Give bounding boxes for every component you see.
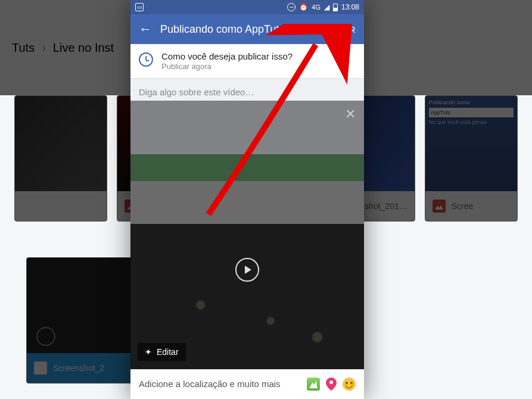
thumb-user: AppTuts: [429, 108, 514, 117]
card-label: Scree: [452, 201, 474, 211]
app-bar: ← Publicando como AppTuts PUBLICAR: [130, 14, 364, 44]
alarm-icon: ⏰: [299, 3, 308, 11]
location-pin-icon[interactable]: [326, 378, 337, 391]
placeholder-card: [14, 95, 107, 222]
android-statusbar: ▭ − ⏰ 4G ◢ 13:08: [130, 0, 364, 14]
clock-text: 13:08: [341, 3, 359, 11]
schedule-question: Como você deseja publicar isso?: [161, 51, 293, 61]
back-button[interactable]: ←: [139, 21, 152, 37]
breadcrumb-part: Live no Inst: [53, 41, 114, 55]
edit-label: Editar: [157, 347, 179, 357]
signal-icon: ◢: [324, 3, 329, 11]
network-type: 4G: [312, 4, 321, 11]
appbar-title: Publicando como AppTuts: [160, 23, 300, 36]
schedule-row[interactable]: Como você deseja publicar isso? Publicar…: [130, 44, 364, 79]
thumb-title: Publicando como: [429, 99, 514, 105]
phone-screen: ▭ − ⏰ 4G ◢ 13:08 ← Publicando como AppTu…: [130, 0, 364, 399]
emoji-icon[interactable]: [343, 378, 356, 391]
clock-icon: [139, 52, 153, 67]
battery-icon: [333, 4, 338, 11]
location-text: Adicione a localização e muito mais: [139, 379, 301, 390]
magic-wand-icon: ✦: [145, 347, 152, 357]
image-icon: [34, 361, 47, 375]
image-notification-icon: ▭: [135, 3, 144, 11]
add-location-row[interactable]: Adicione a localização e muito mais: [130, 369, 364, 399]
image-icon: [433, 200, 446, 213]
caption-input[interactable]: Diga algo sobre este vídeo…: [130, 79, 364, 101]
remove-video-button[interactable]: ✕: [345, 107, 356, 122]
publish-button[interactable]: PUBLICAR: [309, 24, 356, 35]
video-preview: ✕ ✦ Editar: [130, 101, 364, 369]
chevron-right-icon: ›: [42, 41, 46, 55]
file-card: Publicando como AppTuts No que você está…: [425, 95, 518, 222]
file-card: Screenshot_2: [26, 257, 133, 384]
play-button[interactable]: [235, 258, 259, 282]
dnd-icon: −: [287, 3, 295, 11]
photo-icon[interactable]: [307, 378, 320, 391]
schedule-answer: Publicar agora: [161, 62, 293, 71]
thumb-hint: No que você está pensa: [429, 119, 514, 125]
card-label: Screenshot_2: [53, 363, 104, 373]
breadcrumb-part: Tuts: [12, 41, 35, 55]
edit-video-button[interactable]: ✦ Editar: [138, 343, 186, 361]
